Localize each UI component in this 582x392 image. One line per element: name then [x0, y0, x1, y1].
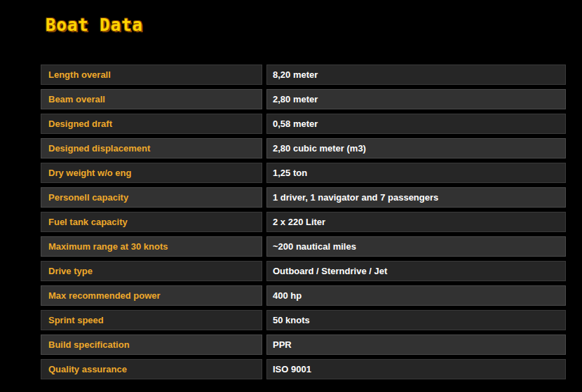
row-label: Drive type	[41, 261, 262, 281]
row-label: Max recommended power	[41, 285, 262, 306]
table-row: Quality assuranceISO 9001	[41, 359, 566, 379]
row-value: 50 knots	[266, 310, 566, 330]
table-row: Length overall8,20 meter	[41, 65, 566, 85]
row-label: Beam overall	[41, 89, 262, 109]
page-title: Boat Data	[46, 15, 143, 35]
table-row: Sprint speed50 knots	[41, 310, 566, 330]
table-row: Build specificationPPR	[41, 334, 566, 355]
row-value: 2,80 cubic meter (m3)	[266, 138, 566, 158]
row-value: Outboard / Sterndrive / Jet	[266, 261, 566, 281]
boat-data-table: Length overall8,20 meterBeam overall2,80…	[41, 65, 566, 384]
table-row: Beam overall2,80 meter	[41, 89, 566, 109]
row-value: 8,20 meter	[266, 65, 566, 85]
row-value: ~200 nautical miles	[266, 236, 566, 257]
table-row: Personell capacity1 driver, 1 navigator …	[41, 187, 566, 208]
row-value: ISO 9001	[266, 359, 566, 379]
row-label: Maximum range at 30 knots	[41, 236, 262, 257]
table-row: Fuel tank capacity2 x 220 Liter	[41, 212, 566, 232]
table-row: Designed draft0,58 meter	[41, 114, 566, 134]
row-label: Dry weight w/o eng	[41, 163, 262, 183]
table-row: Dry weight w/o eng1,25 ton	[41, 163, 566, 183]
row-value: 1 driver, 1 navigator and 7 passengers	[266, 187, 566, 208]
table-row: Maximum range at 30 knots~200 nautical m…	[41, 236, 566, 257]
row-value: 400 hp	[266, 285, 566, 306]
row-label: Fuel tank capacity	[41, 212, 262, 232]
row-label: Quality assurance	[41, 359, 262, 379]
row-label: Build specification	[41, 334, 262, 355]
row-label: Designed draft	[41, 114, 262, 134]
row-label: Designed displacement	[41, 138, 262, 158]
table-row: Max recommended power400 hp	[41, 285, 566, 306]
row-label: Sprint speed	[41, 310, 262, 330]
row-value: 2,80 meter	[266, 89, 566, 109]
row-value: 0,58 meter	[266, 114, 566, 134]
table-row: Drive typeOutboard / Sterndrive / Jet	[41, 261, 566, 281]
row-value: 2 x 220 Liter	[266, 212, 566, 232]
row-label: Length overall	[41, 65, 262, 85]
row-value: 1,25 ton	[266, 163, 566, 183]
table-row: Designed displacement2,80 cubic meter (m…	[41, 138, 566, 158]
row-label: Personell capacity	[41, 187, 262, 208]
row-value: PPR	[266, 334, 566, 355]
